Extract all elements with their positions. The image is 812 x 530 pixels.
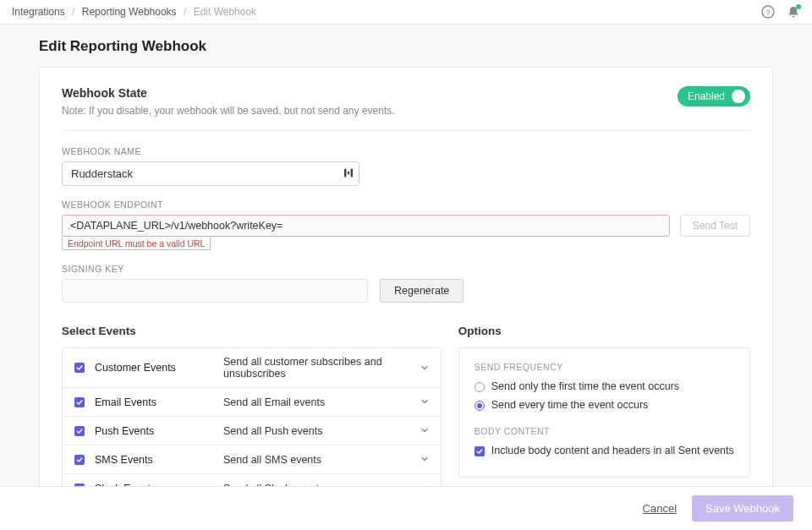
breadcrumb-sep: / bbox=[184, 6, 186, 18]
chevron-down-icon bbox=[420, 424, 429, 437]
signing-label: SIGNING KEY bbox=[62, 264, 750, 274]
event-desc: Send all Email events bbox=[223, 396, 410, 408]
toggle-knob bbox=[732, 90, 745, 103]
send-frequency-label: SEND FREQUENCY bbox=[475, 362, 734, 372]
card: Webhook State Note: If you disable, your… bbox=[39, 67, 773, 530]
event-desc: Send all customer subscribes and unsubsc… bbox=[223, 356, 410, 380]
svg-rect-3 bbox=[348, 171, 349, 174]
checkbox-icon bbox=[74, 455, 85, 465]
topbar: Integrations / Reporting Webhooks / Edit… bbox=[0, 0, 812, 25]
endpoint-field: WEBHOOK ENDPOINT Endpoint URL must be a … bbox=[62, 199, 750, 250]
variables-icon[interactable] bbox=[343, 167, 354, 180]
topbar-icons: ? bbox=[761, 5, 800, 19]
enabled-toggle[interactable]: Enabled bbox=[678, 86, 750, 107]
checkbox-icon bbox=[475, 446, 485, 456]
endpoint-label: WEBHOOK ENDPOINT bbox=[62, 199, 750, 210]
webhook-endpoint-input[interactable] bbox=[62, 215, 670, 237]
radio-icon bbox=[475, 382, 485, 392]
endpoint-error: Endpoint URL must be a valid URL bbox=[62, 238, 211, 250]
body-content-label: BODY CONTENT bbox=[475, 426, 734, 436]
event-row[interactable]: Email EventsSend all Email events bbox=[63, 388, 441, 417]
svg-rect-2 bbox=[344, 168, 347, 177]
select-events-heading: Select Events bbox=[62, 325, 442, 337]
options-heading: Options bbox=[458, 325, 750, 337]
chevron-down-icon bbox=[420, 396, 429, 408]
radio-icon bbox=[475, 401, 485, 411]
svg-text:?: ? bbox=[765, 8, 770, 17]
svg-rect-4 bbox=[351, 168, 354, 177]
chevron-down-icon bbox=[420, 453, 429, 466]
breadcrumb-current: Edit Webhook bbox=[194, 6, 257, 18]
freq-first-radio[interactable]: Send only the first time the event occur… bbox=[475, 380, 734, 392]
event-name: Push Events bbox=[95, 425, 213, 437]
help-icon[interactable]: ? bbox=[761, 5, 775, 19]
bell-icon[interactable] bbox=[787, 5, 800, 19]
freq-every-label: Send every time the event occurs bbox=[491, 399, 649, 411]
event-row[interactable]: Customer EventsSend all customer subscri… bbox=[63, 348, 441, 388]
page: Edit Reporting Webhook Webhook State Not… bbox=[0, 25, 812, 530]
page-title: Edit Reporting Webhook bbox=[39, 38, 773, 55]
webhook-state-note: Note: If you disable, your webhook will … bbox=[62, 105, 395, 117]
freq-first-label: Send only the first time the event occur… bbox=[491, 380, 679, 392]
regenerate-button[interactable]: Regenerate bbox=[380, 279, 464, 303]
checkbox-icon bbox=[74, 397, 85, 407]
name-label: WEBHOOK NAME bbox=[62, 146, 750, 156]
body-include-checkbox[interactable]: Include body content and headers in all … bbox=[475, 445, 734, 456]
freq-every-radio[interactable]: Send every time the event occurs bbox=[475, 399, 734, 411]
event-desc: Send all SMS events bbox=[223, 454, 410, 466]
event-name: SMS Events bbox=[95, 454, 213, 466]
toggle-label: Enabled bbox=[688, 90, 725, 102]
breadcrumb-sep: / bbox=[72, 6, 74, 18]
notification-dot bbox=[796, 4, 801, 9]
checkbox-icon bbox=[74, 363, 85, 373]
breadcrumb-integrations[interactable]: Integrations bbox=[12, 6, 65, 18]
event-row[interactable]: SMS EventsSend all SMS events bbox=[63, 445, 441, 474]
webhook-name-input[interactable] bbox=[62, 161, 359, 186]
signing-field: SIGNING KEY Regenerate bbox=[62, 264, 750, 303]
signing-key-input[interactable] bbox=[62, 279, 368, 303]
options-box: SEND FREQUENCY Send only the first time … bbox=[458, 347, 750, 478]
save-webhook-button[interactable]: Save Webhook bbox=[692, 495, 793, 522]
footer: Cancel Save Webhook bbox=[0, 486, 812, 530]
breadcrumb-reporting-webhooks[interactable]: Reporting Webhooks bbox=[82, 6, 177, 18]
event-name: Customer Events bbox=[95, 362, 213, 374]
event-row[interactable]: Push EventsSend all Push events bbox=[63, 417, 441, 445]
breadcrumb: Integrations / Reporting Webhooks / Edit… bbox=[12, 6, 256, 18]
cancel-button[interactable]: Cancel bbox=[643, 502, 677, 515]
webhook-state-title: Webhook State bbox=[62, 86, 395, 100]
event-name: Email Events bbox=[95, 396, 213, 408]
body-include-label: Include body content and headers in all … bbox=[491, 445, 734, 456]
webhook-state-row: Webhook State Note: If you disable, your… bbox=[62, 86, 750, 131]
name-field: WEBHOOK NAME bbox=[62, 146, 750, 186]
chevron-down-icon bbox=[420, 362, 429, 374]
send-test-button[interactable]: Send Test bbox=[680, 215, 750, 237]
event-desc: Send all Push events bbox=[223, 425, 410, 437]
checkbox-icon bbox=[74, 426, 85, 436]
